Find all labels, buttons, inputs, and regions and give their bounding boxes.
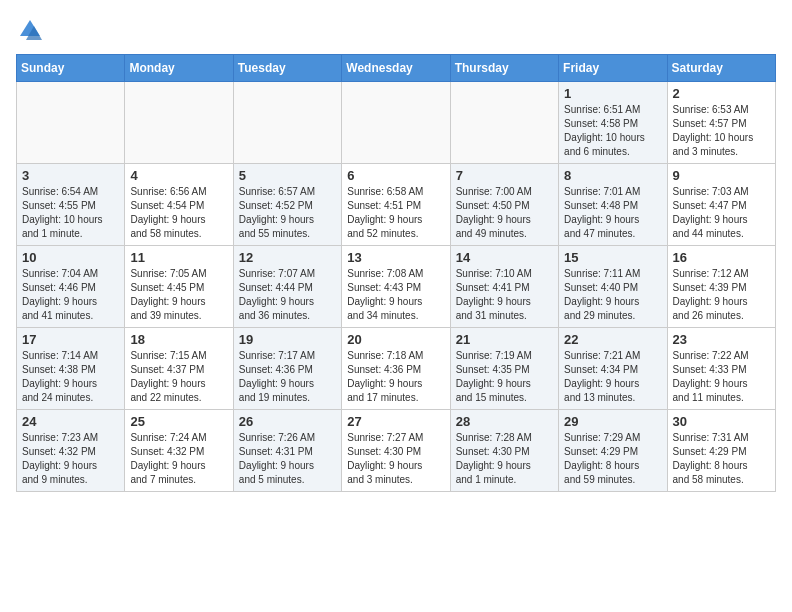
day-number: 10 (22, 250, 119, 265)
calendar-cell: 6Sunrise: 6:58 AM Sunset: 4:51 PM Daylig… (342, 164, 450, 246)
calendar-cell: 2Sunrise: 6:53 AM Sunset: 4:57 PM Daylig… (667, 82, 775, 164)
day-number: 18 (130, 332, 227, 347)
day-info: Sunrise: 7:04 AM Sunset: 4:46 PM Dayligh… (22, 267, 119, 323)
day-info: Sunrise: 7:00 AM Sunset: 4:50 PM Dayligh… (456, 185, 553, 241)
day-number: 28 (456, 414, 553, 429)
day-number: 1 (564, 86, 661, 101)
calendar-cell: 12Sunrise: 7:07 AM Sunset: 4:44 PM Dayli… (233, 246, 341, 328)
day-info: Sunrise: 7:24 AM Sunset: 4:32 PM Dayligh… (130, 431, 227, 487)
day-number: 11 (130, 250, 227, 265)
day-number: 21 (456, 332, 553, 347)
day-number: 16 (673, 250, 770, 265)
day-number: 20 (347, 332, 444, 347)
day-number: 9 (673, 168, 770, 183)
day-info: Sunrise: 7:08 AM Sunset: 4:43 PM Dayligh… (347, 267, 444, 323)
calendar-cell: 16Sunrise: 7:12 AM Sunset: 4:39 PM Dayli… (667, 246, 775, 328)
day-info: Sunrise: 7:05 AM Sunset: 4:45 PM Dayligh… (130, 267, 227, 323)
calendar-cell: 20Sunrise: 7:18 AM Sunset: 4:36 PM Dayli… (342, 328, 450, 410)
page-header (16, 16, 776, 44)
day-number: 22 (564, 332, 661, 347)
day-info: Sunrise: 7:27 AM Sunset: 4:30 PM Dayligh… (347, 431, 444, 487)
week-row-1: 3Sunrise: 6:54 AM Sunset: 4:55 PM Daylig… (17, 164, 776, 246)
logo (16, 16, 48, 44)
calendar-cell: 11Sunrise: 7:05 AM Sunset: 4:45 PM Dayli… (125, 246, 233, 328)
week-row-2: 10Sunrise: 7:04 AM Sunset: 4:46 PM Dayli… (17, 246, 776, 328)
calendar-cell: 17Sunrise: 7:14 AM Sunset: 4:38 PM Dayli… (17, 328, 125, 410)
calendar-cell: 24Sunrise: 7:23 AM Sunset: 4:32 PM Dayli… (17, 410, 125, 492)
calendar-cell (125, 82, 233, 164)
day-number: 6 (347, 168, 444, 183)
day-header-sunday: Sunday (17, 55, 125, 82)
day-info: Sunrise: 6:57 AM Sunset: 4:52 PM Dayligh… (239, 185, 336, 241)
day-info: Sunrise: 6:56 AM Sunset: 4:54 PM Dayligh… (130, 185, 227, 241)
day-header-tuesday: Tuesday (233, 55, 341, 82)
day-number: 26 (239, 414, 336, 429)
calendar-cell: 19Sunrise: 7:17 AM Sunset: 4:36 PM Dayli… (233, 328, 341, 410)
day-number: 7 (456, 168, 553, 183)
day-info: Sunrise: 7:11 AM Sunset: 4:40 PM Dayligh… (564, 267, 661, 323)
day-number: 27 (347, 414, 444, 429)
calendar-cell: 30Sunrise: 7:31 AM Sunset: 4:29 PM Dayli… (667, 410, 775, 492)
day-info: Sunrise: 7:03 AM Sunset: 4:47 PM Dayligh… (673, 185, 770, 241)
day-header-wednesday: Wednesday (342, 55, 450, 82)
day-number: 12 (239, 250, 336, 265)
calendar-cell: 23Sunrise: 7:22 AM Sunset: 4:33 PM Dayli… (667, 328, 775, 410)
day-header-friday: Friday (559, 55, 667, 82)
day-number: 14 (456, 250, 553, 265)
calendar-body: 1Sunrise: 6:51 AM Sunset: 4:58 PM Daylig… (17, 82, 776, 492)
header-row: SundayMondayTuesdayWednesdayThursdayFrid… (17, 55, 776, 82)
day-info: Sunrise: 7:31 AM Sunset: 4:29 PM Dayligh… (673, 431, 770, 487)
week-row-4: 24Sunrise: 7:23 AM Sunset: 4:32 PM Dayli… (17, 410, 776, 492)
day-info: Sunrise: 6:53 AM Sunset: 4:57 PM Dayligh… (673, 103, 770, 159)
day-header-thursday: Thursday (450, 55, 558, 82)
calendar-cell: 18Sunrise: 7:15 AM Sunset: 4:37 PM Dayli… (125, 328, 233, 410)
calendar-cell: 9Sunrise: 7:03 AM Sunset: 4:47 PM Daylig… (667, 164, 775, 246)
calendar-cell: 25Sunrise: 7:24 AM Sunset: 4:32 PM Dayli… (125, 410, 233, 492)
day-info: Sunrise: 7:14 AM Sunset: 4:38 PM Dayligh… (22, 349, 119, 405)
week-row-0: 1Sunrise: 6:51 AM Sunset: 4:58 PM Daylig… (17, 82, 776, 164)
day-number: 13 (347, 250, 444, 265)
calendar-header: SundayMondayTuesdayWednesdayThursdayFrid… (17, 55, 776, 82)
day-number: 15 (564, 250, 661, 265)
calendar-cell: 1Sunrise: 6:51 AM Sunset: 4:58 PM Daylig… (559, 82, 667, 164)
day-number: 19 (239, 332, 336, 347)
calendar-cell (450, 82, 558, 164)
calendar-cell: 21Sunrise: 7:19 AM Sunset: 4:35 PM Dayli… (450, 328, 558, 410)
logo-icon (16, 16, 44, 44)
day-number: 25 (130, 414, 227, 429)
day-info: Sunrise: 7:12 AM Sunset: 4:39 PM Dayligh… (673, 267, 770, 323)
calendar-cell: 5Sunrise: 6:57 AM Sunset: 4:52 PM Daylig… (233, 164, 341, 246)
day-number: 4 (130, 168, 227, 183)
calendar-cell (17, 82, 125, 164)
day-number: 24 (22, 414, 119, 429)
calendar-cell: 14Sunrise: 7:10 AM Sunset: 4:41 PM Dayli… (450, 246, 558, 328)
calendar-cell: 26Sunrise: 7:26 AM Sunset: 4:31 PM Dayli… (233, 410, 341, 492)
day-header-saturday: Saturday (667, 55, 775, 82)
day-info: Sunrise: 7:26 AM Sunset: 4:31 PM Dayligh… (239, 431, 336, 487)
day-info: Sunrise: 7:15 AM Sunset: 4:37 PM Dayligh… (130, 349, 227, 405)
day-info: Sunrise: 6:51 AM Sunset: 4:58 PM Dayligh… (564, 103, 661, 159)
day-number: 17 (22, 332, 119, 347)
week-row-3: 17Sunrise: 7:14 AM Sunset: 4:38 PM Dayli… (17, 328, 776, 410)
calendar-cell: 13Sunrise: 7:08 AM Sunset: 4:43 PM Dayli… (342, 246, 450, 328)
calendar-table: SundayMondayTuesdayWednesdayThursdayFrid… (16, 54, 776, 492)
calendar-cell: 8Sunrise: 7:01 AM Sunset: 4:48 PM Daylig… (559, 164, 667, 246)
calendar-cell (342, 82, 450, 164)
calendar-cell: 22Sunrise: 7:21 AM Sunset: 4:34 PM Dayli… (559, 328, 667, 410)
calendar-cell: 3Sunrise: 6:54 AM Sunset: 4:55 PM Daylig… (17, 164, 125, 246)
day-number: 5 (239, 168, 336, 183)
day-info: Sunrise: 7:18 AM Sunset: 4:36 PM Dayligh… (347, 349, 444, 405)
day-info: Sunrise: 6:58 AM Sunset: 4:51 PM Dayligh… (347, 185, 444, 241)
day-info: Sunrise: 7:22 AM Sunset: 4:33 PM Dayligh… (673, 349, 770, 405)
calendar-cell: 4Sunrise: 6:56 AM Sunset: 4:54 PM Daylig… (125, 164, 233, 246)
calendar-cell: 7Sunrise: 7:00 AM Sunset: 4:50 PM Daylig… (450, 164, 558, 246)
day-number: 2 (673, 86, 770, 101)
day-info: Sunrise: 7:17 AM Sunset: 4:36 PM Dayligh… (239, 349, 336, 405)
day-info: Sunrise: 7:19 AM Sunset: 4:35 PM Dayligh… (456, 349, 553, 405)
day-info: Sunrise: 7:01 AM Sunset: 4:48 PM Dayligh… (564, 185, 661, 241)
day-number: 29 (564, 414, 661, 429)
calendar-cell: 27Sunrise: 7:27 AM Sunset: 4:30 PM Dayli… (342, 410, 450, 492)
day-number: 8 (564, 168, 661, 183)
calendar-cell: 15Sunrise: 7:11 AM Sunset: 4:40 PM Dayli… (559, 246, 667, 328)
day-info: Sunrise: 7:29 AM Sunset: 4:29 PM Dayligh… (564, 431, 661, 487)
